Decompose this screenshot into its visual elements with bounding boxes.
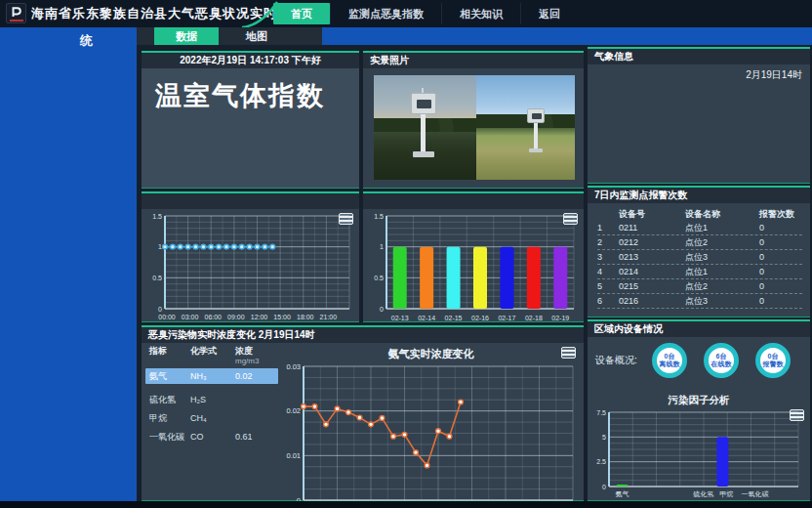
index-trend-chart[interactable]: 00.511.500:0003:0006:0009:0012:0015:0018… bbox=[143, 208, 357, 327]
col-alarm-count: 报警次数 bbox=[759, 207, 798, 221]
subheader-strip bbox=[322, 27, 812, 45]
svg-text:硫化氢: 硫化氢 bbox=[693, 490, 714, 498]
device-overview-row: 设备概况: 0台离线数 6台在线数 0台报警数 bbox=[595, 343, 804, 378]
svg-text:21:00: 21:00 bbox=[320, 314, 338, 320]
weather-timestamp: 2月19日14时 bbox=[746, 68, 802, 82]
col-indicator: 指标 bbox=[145, 345, 190, 358]
logo-subtext bbox=[10, 20, 23, 21]
panel-devices: 区域内设备情况 设备概况: 0台离线数 6台在线数 0台报警数 污染因子分析 0… bbox=[588, 319, 810, 501]
monitor-device-illustration bbox=[527, 108, 545, 152]
alarm-row: 30213点位30 bbox=[597, 250, 802, 265]
alarm-count-circle: 0台报警数 bbox=[755, 343, 791, 378]
ammonia-chart-title: 氨气实时浓度变化 bbox=[278, 347, 584, 361]
logo bbox=[6, 3, 26, 23]
top-header: 海南省乐东黎族自治县大气恶臭状况实时发布系 首页 监测点恶臭指数 相关知识 返回 bbox=[0, 0, 812, 27]
svg-text:02-19: 02-19 bbox=[551, 315, 569, 321]
nav-item-home[interactable]: 首页 bbox=[273, 3, 330, 24]
svg-text:7.5: 7.5 bbox=[596, 409, 606, 416]
tab-data[interactable]: 数据 bbox=[154, 27, 219, 45]
odor-row-co[interactable]: 一氧化碳CO0.61 bbox=[145, 429, 278, 444]
treeline-decoration bbox=[476, 114, 575, 128]
photo-row bbox=[374, 75, 575, 180]
left-sidebar: 统 bbox=[0, 27, 137, 501]
panel-weather: 气象信息 2月19日14时 bbox=[588, 47, 810, 184]
svg-text:06:00: 06:00 bbox=[204, 314, 222, 320]
svg-text:02-17: 02-17 bbox=[498, 315, 515, 321]
svg-text:02-14: 02-14 bbox=[418, 315, 435, 321]
devices-title: 区域内设备情况 bbox=[588, 321, 810, 337]
pollution-chart[interactable]: 02.557.5氨气硫化氢甲烷一氧化碳 bbox=[589, 407, 806, 503]
monitor-device-illustration bbox=[411, 93, 436, 157]
svg-text:0: 0 bbox=[380, 306, 384, 313]
panel-index-trend: 00.511.500:0003:0006:0009:0012:0015:0018… bbox=[142, 191, 359, 322]
svg-text:氨气: 氨气 bbox=[616, 490, 629, 497]
svg-text:0.01: 0.01 bbox=[286, 451, 301, 460]
tab-bar: 数据 地图 bbox=[137, 27, 322, 45]
station-photo-day[interactable] bbox=[476, 75, 575, 180]
col-formula: 化学式 bbox=[190, 345, 235, 358]
svg-text:0.02: 0.02 bbox=[286, 406, 301, 415]
top-nav: 首页 监测点恶臭指数 相关知识 返回 bbox=[273, 0, 578, 27]
svg-text:02-16: 02-16 bbox=[471, 315, 489, 321]
svg-text:0: 0 bbox=[602, 484, 606, 490]
weather-title: 气象信息 bbox=[588, 49, 810, 64]
greeting-datetime: 2022年2月19日 14:17:03 下午好 bbox=[142, 53, 359, 68]
svg-text:12:00: 12:00 bbox=[251, 314, 268, 320]
offline-count-circle: 0台离线数 bbox=[652, 343, 687, 378]
greenhouse-gas-heading: 温室气体指数 bbox=[142, 68, 359, 113]
svg-text:09:00: 09:00 bbox=[227, 314, 245, 320]
daily-index-chart[interactable]: 00.511.502-1302-1402-1502-1602-1702-1802… bbox=[365, 208, 582, 327]
alarms-title: 7日内监测点报警次数 bbox=[588, 188, 810, 203]
col-device-name: 设备名称 bbox=[685, 207, 759, 221]
app-title-continuation: 统 bbox=[80, 32, 93, 50]
svg-text:2.5: 2.5 bbox=[596, 458, 606, 465]
device-overview-label: 设备概况: bbox=[595, 354, 652, 367]
alarm-row: 50215点位20 bbox=[597, 279, 802, 294]
odor-row-ch4[interactable]: 甲烷CH₄ bbox=[145, 410, 278, 426]
nav-item-back[interactable]: 返回 bbox=[520, 3, 578, 24]
svg-text:甲烷: 甲烷 bbox=[719, 490, 733, 498]
svg-text:0.5: 0.5 bbox=[374, 275, 384, 281]
odor-row-h2s[interactable]: 硫化氢H₂S bbox=[145, 392, 278, 407]
svg-text:03:00: 03:00 bbox=[182, 314, 199, 320]
online-count-circle: 6台在线数 bbox=[704, 343, 739, 378]
logo-glyph bbox=[10, 6, 22, 19]
concentration-unit: mg/m3 bbox=[145, 357, 278, 365]
panel-alarms: 7日内监测点报警次数 设备号 设备名称 报警次数 10211点位10 20212… bbox=[588, 186, 810, 318]
svg-text:02-18: 02-18 bbox=[525, 315, 543, 321]
greeting-body: 温室气体指数 bbox=[142, 68, 359, 188]
tab-map[interactable]: 地图 bbox=[219, 27, 295, 45]
ammonia-chart[interactable]: 00.010.020.0300:0003:0006:0009:0012:0015… bbox=[278, 360, 583, 508]
panel-greeting: 2022年2月19日 14:17:03 下午好 温室气体指数 bbox=[142, 51, 359, 189]
svg-text:一氧化碳: 一氧化碳 bbox=[741, 490, 768, 498]
odor-title: 恶臭污染物实时浓度变化 2月19日14时 bbox=[142, 327, 584, 343]
alarm-row: 20212点位20 bbox=[597, 235, 802, 250]
svg-text:1: 1 bbox=[158, 243, 162, 250]
svg-text:0: 0 bbox=[158, 306, 162, 313]
photos-title: 实景照片 bbox=[363, 53, 584, 68]
alarm-row: 60216点位30 bbox=[597, 294, 802, 309]
nav-item-odor-index[interactable]: 监测点恶臭指数 bbox=[330, 3, 441, 24]
svg-text:5: 5 bbox=[602, 434, 606, 441]
nav-item-knowledge[interactable]: 相关知识 bbox=[441, 3, 520, 24]
odor-table: 指标 化学式 浓度 mg/m3 氨气NH₃0.02 硫化氢H₂S 甲烷CH₄ 一… bbox=[145, 345, 278, 444]
footer-bar bbox=[0, 501, 812, 508]
odor-row-ammonia[interactable]: 氨气NH₃0.02 bbox=[145, 368, 278, 384]
alarm-table-header: 设备号 设备名称 报警次数 bbox=[597, 207, 802, 221]
svg-text:1.5: 1.5 bbox=[374, 213, 384, 220]
station-photo-dusk[interactable] bbox=[374, 75, 476, 180]
panel-daily-index: 00.511.502-1302-1402-1502-1602-1702-1802… bbox=[363, 191, 584, 322]
alarm-row: 40214点位10 bbox=[597, 265, 802, 279]
pollution-chart-title: 污染因子分析 bbox=[588, 394, 810, 407]
alarm-row: 10211点位10 bbox=[597, 221, 802, 235]
svg-text:15:00: 15:00 bbox=[273, 314, 291, 320]
ammonia-chart-region: 氨气实时浓度变化 00.010.020.0300:0003:0006:0009:… bbox=[278, 343, 584, 500]
svg-text:0.5: 0.5 bbox=[152, 275, 162, 281]
panel-odor: 恶臭污染物实时浓度变化 2月19日14时 指标 化学式 浓度 mg/m3 氨气N… bbox=[142, 325, 584, 501]
col-device-id: 设备号 bbox=[619, 207, 685, 221]
panel-photos: 实景照片 bbox=[363, 51, 584, 189]
chart-menu-icon[interactable] bbox=[561, 347, 576, 359]
svg-text:00:00: 00:00 bbox=[158, 314, 176, 320]
svg-text:02-13: 02-13 bbox=[391, 315, 409, 321]
alarm-table: 设备号 设备名称 报警次数 10211点位10 20212点位20 30213点… bbox=[597, 207, 802, 309]
